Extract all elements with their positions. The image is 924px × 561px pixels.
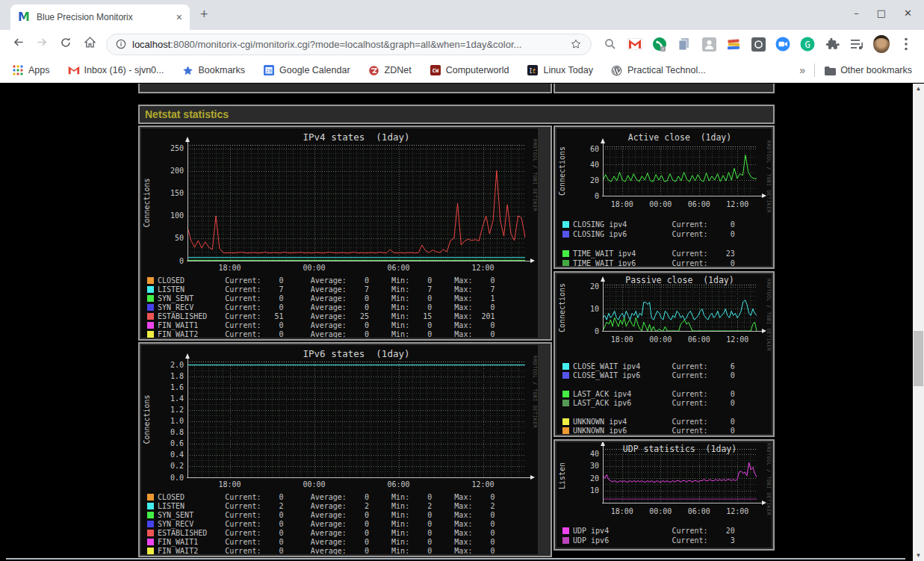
scrollbar-thumb[interactable] [914,331,923,386]
bookmark-inbox[interactable]: Inbox (16) - sjvn0... [68,64,164,76]
svg-text:Connections: Connections [143,394,151,444]
page-scrollbar[interactable]: ▲ ▼ [913,84,924,561]
legend-swatch [562,221,569,228]
bookmark-bookmarks[interactable]: Bookmarks [182,64,246,76]
new-tab-button[interactable]: + [200,7,208,22]
legend-swatch [147,539,154,545]
svg-text:150: 150 [170,189,184,197]
svg-text:Passive close (1day): Passive close (1day) [625,275,734,285]
browser-tab[interactable]: M Blue Precision Monitorix × [10,4,190,30]
chart-passive-close[interactable]: 0102018:0000:0006:0012:00Passive close (… [554,271,775,437]
browser-toolbar: localhost:8080/monitorix-cgi/monitorix.c… [0,30,924,58]
legend-swatch [147,494,154,500]
svg-text:00:00: 00:00 [649,335,672,344]
bookmarks-overflow-chevron[interactable]: » [799,64,805,76]
window-minimize-button[interactable]: – [854,7,859,19]
legend-row: FIN_WAIT1 Current: 0 Average: 0 Min: 0 M… [147,321,495,329]
svg-text:00:00: 00:00 [649,507,672,515]
dark-square-extension-icon[interactable] [750,36,766,52]
bookmark-star-icon[interactable] [570,38,582,50]
zdnet-icon [368,64,380,76]
extensions-puzzle-icon[interactable] [824,36,840,52]
bookmark-label: Google Calendar [279,65,350,75]
tab-title: Blue Precision Monitorix [37,12,172,22]
url-text[interactable]: localhost:8080/monitorix-cgi/monitorix.c… [132,39,570,50]
legend-row: CLOSING ipv6 Current: 0 [562,230,735,238]
bookmark-linux-today[interactable]: lt Linux Today [527,64,593,76]
bookmark-label: Computerworld [446,65,509,75]
svg-text:12:00: 12:00 [726,200,748,208]
chart-udp-statistics[interactable]: 1020304018:0000:0006:0012:00UDP statisti… [554,439,775,551]
svg-text:1.2: 1.2 [170,406,184,414]
window-maximize-button[interactable]: □ [877,7,886,19]
home-button[interactable] [81,36,99,52]
tab-close-icon[interactable]: × [176,11,182,23]
info-icon[interactable] [116,39,126,49]
profile-square-extension-icon[interactable] [701,36,717,52]
forward-button[interactable] [33,36,51,52]
legend-row: LISTEN Current: 2 Average: 2 Min: 2 Max:… [147,502,495,510]
chart-active-close[interactable]: 020406018:0000:0006:0012:00Active close … [554,125,775,269]
svg-text:1.8: 1.8 [170,372,184,380]
page-content: Netstat statistics 05010015020025018:000… [0,84,913,561]
legend-swatch [562,527,569,534]
legend-swatch [147,313,154,320]
svg-text:250: 250 [170,144,184,152]
reload-button[interactable] [57,37,75,52]
svg-text:RRDTOOL / TOBI OETIKER: RRDTOOL / TOBI OETIKER [532,356,538,428]
legend-swatch [147,286,154,293]
svg-text:200: 200 [170,167,184,175]
svg-text:12:00: 12:00 [726,335,748,344]
bookmark-practical-technology[interactable]: Practical Technol... [611,64,706,76]
svg-text:0.6: 0.6 [170,439,184,447]
address-bar[interactable]: localhost:8080/monitorix-cgi/monitorix.c… [106,34,592,55]
copy-pages-extension-icon[interactable] [676,36,692,52]
back-button[interactable] [9,36,27,52]
svg-text:06:00: 06:00 [688,507,710,515]
star-icon [182,64,194,76]
svg-text:06:00: 06:00 [688,200,710,208]
svg-text:60: 60 [590,145,599,153]
avatar[interactable] [873,36,890,52]
legend-row: FIN_WAIT2 Current: 0 Average: 0 Min: 0 M… [147,330,495,338]
svg-text:t: t [533,67,536,75]
chart-ipv4-states[interactable]: 05010015020025018:0000:0006:0012:00IPv4 … [138,125,552,341]
bookmark-google-calendar[interactable]: 28 Google Calendar [263,64,350,76]
previous-section-stub-right [554,84,775,93]
grammarly-extension-icon[interactable]: G [799,36,816,52]
window-close-button[interactable]: ✕ [904,7,912,19]
legend-swatch [562,418,569,425]
left-chart-column: 05010015020025018:0000:0006:0012:00IPv4 … [138,125,552,559]
svg-text:10: 10 [590,486,599,495]
svg-text:20: 20 [590,474,599,483]
svg-text:50: 50 [175,234,184,242]
bookmark-computerworld[interactable]: CW Computerworld [430,64,509,76]
other-bookmarks[interactable]: Other bookmarks [824,64,912,76]
bookmark-apps[interactable]: Apps [12,64,50,76]
legend-row: UNKNOWN ipv6 Current: 0 [562,427,735,434]
gmail-extension-icon[interactable] [627,36,643,52]
legend-swatch [562,363,569,370]
svg-text:12:00: 12:00 [471,480,494,489]
zoom-meet-extension-icon[interactable] [775,36,791,52]
books-stack-extension-icon[interactable] [725,36,742,52]
bookmarks-divider [814,63,815,77]
svg-text:40: 40 [590,450,599,458]
svg-text:00:00: 00:00 [303,264,325,272]
legend-swatch [147,304,154,311]
svg-text:18:00: 18:00 [218,264,241,272]
svg-text:0.2: 0.2 [170,462,184,470]
menu-kebab-icon[interactable] [898,36,914,52]
svg-text:Active close (1day): Active close (1day) [628,132,731,143]
scrollbar-down-arrow[interactable]: ▼ [913,551,924,561]
svg-text:0: 0 [595,192,599,200]
svg-text:28: 28 [266,68,272,74]
scrollbar-up-arrow[interactable]: ▲ [913,84,924,94]
media-queue-icon[interactable] [849,36,865,52]
svg-text:G: G [804,40,810,50]
search-extension-icon[interactable] [602,36,618,52]
svg-text:100: 100 [170,211,184,220]
chart-ipv6-states[interactable]: 0.00.20.40.60.81.01.21.41.61.82.018:0000… [138,342,552,557]
voice-extension-icon[interactable]: ? [651,36,668,52]
bookmark-zdnet[interactable]: ZDNet [368,64,412,76]
